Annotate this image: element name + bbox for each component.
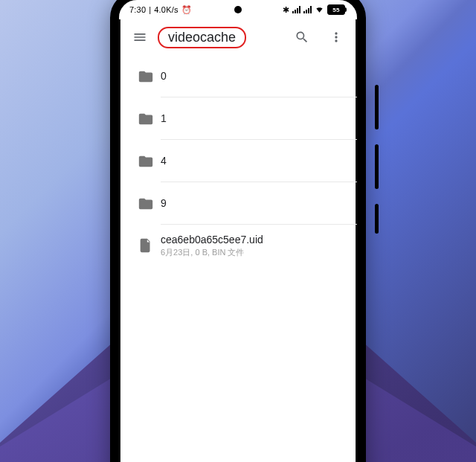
row-body: 1 [161,97,357,140]
menu-button[interactable] [125,22,155,52]
item-name: 1 [161,112,348,124]
hamburger-icon [132,30,147,45]
folder-row[interactable]: 4 [131,140,357,182]
row-body: cea6eb0a65c5ee7.uid6月23日, 0 B, BIN 文件 [161,225,357,266]
bluetooth-icon: ✱ [283,5,289,15]
folder-icon [131,153,161,170]
signal-icon [303,6,312,13]
file-row[interactable]: cea6eb0a65c5ee7.uid6月23日, 0 B, BIN 文件 [131,225,357,266]
folder-row[interactable]: 1 [131,97,357,140]
phone-side-button [375,85,379,129]
page-title: videocache [158,27,246,48]
row-body: 0 [161,55,357,97]
wifi-icon [315,5,324,15]
app-bar: videocache [119,19,357,55]
status-net-speed: 4.0K/s [154,5,178,14]
battery-level: 55 [327,4,345,15]
item-name: cea6eb0a65c5ee7.uid [161,234,348,246]
row-body: 4 [161,140,357,182]
search-button[interactable] [287,22,317,52]
folder-row[interactable]: 0 [131,55,357,97]
phone-side-button [375,144,379,189]
folder-icon [131,68,161,85]
battery-icon: 55 [327,4,347,15]
camera-cutout [234,6,242,13]
item-name: 0 [161,70,348,82]
phone-frame: 7:30 | 4.0K/s ⏰ ✱ 55 videoc [110,0,366,462]
folder-icon [131,196,161,212]
status-time: 7:30 [129,5,146,14]
folder-icon [131,111,161,127]
more-button[interactable] [321,22,351,52]
search-icon [295,30,309,45]
row-body: 9 [161,182,357,225]
alarm-icon: ⏰ [181,5,192,15]
file-list: 0149cea6eb0a65c5ee7.uid6月23日, 0 B, BIN 文… [119,55,357,266]
item-name: 9 [161,197,348,209]
status-sep: | [149,5,151,14]
file-icon [131,237,161,254]
item-meta: 6月23日, 0 B, BIN 文件 [161,247,348,258]
folder-row[interactable]: 9 [131,182,357,225]
more-vert-icon [329,30,344,45]
phone-side-button [375,204,379,234]
signal-icon [292,6,300,13]
item-name: 4 [161,155,348,167]
